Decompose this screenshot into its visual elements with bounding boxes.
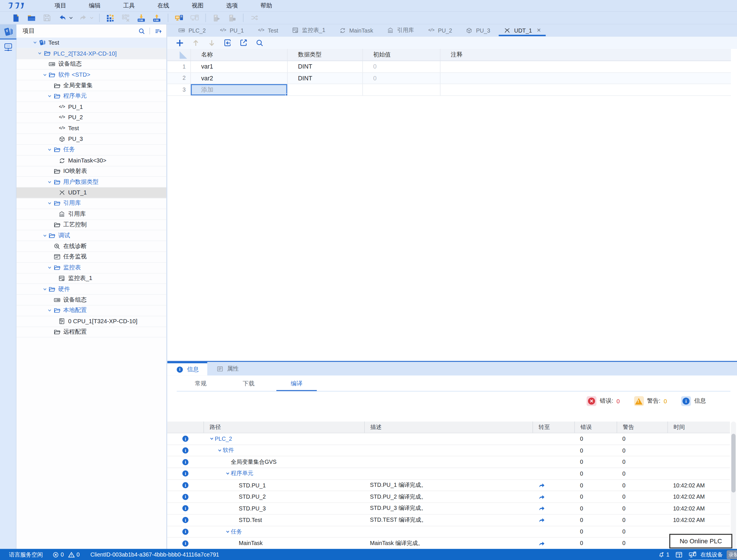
- chevron-down-icon[interactable]: [46, 201, 53, 206]
- compile-row-任务[interactable]: i任务00: [167, 526, 730, 538]
- chevron-down-icon[interactable]: [224, 472, 231, 476]
- tree-item-监控表[interactable]: 监控表: [16, 263, 166, 273]
- cell-comment[interactable]: [441, 84, 731, 95]
- cell-comment[interactable]: [441, 73, 731, 84]
- tree-item-用户数据类型[interactable]: 用户数据类型: [16, 177, 166, 188]
- tab-pu-3[interactable]: PU_3: [459, 24, 497, 36]
- tree-item-工艺控制[interactable]: 工艺控制: [16, 220, 166, 230]
- menu-7[interactable]: 帮助: [249, 0, 284, 11]
- tree-item-引用库[interactable]: 引用库: [16, 209, 166, 220]
- cell-datatype[interactable]: [288, 84, 363, 95]
- column-header-name[interactable]: 名称: [191, 49, 288, 61]
- tree-item-程序单元[interactable]: 程序单元: [16, 91, 166, 102]
- cell-fill-handle[interactable]: [285, 93, 288, 95]
- compile-col-error[interactable]: 错误: [575, 421, 617, 433]
- goto-arrow-icon[interactable]: [532, 538, 574, 549]
- chevron-down-icon[interactable]: [31, 41, 38, 45]
- subtab-编译[interactable]: 编译: [273, 380, 320, 391]
- tab-引用库[interactable]: 引用库: [380, 24, 421, 36]
- tree-item-plc-2-t324-xp-cd-10-[interactable]: PLC_2[T324-XP-CD-10]: [16, 48, 166, 59]
- status-errors[interactable]: 0: [53, 551, 64, 558]
- goto-arrow-icon[interactable]: [532, 514, 574, 526]
- info-filter-toggle[interactable]: i信息: [681, 396, 706, 406]
- goto-arrow-icon[interactable]: [532, 503, 574, 514]
- network-devices-button[interactable]: [0, 39, 16, 54]
- column-header-comment[interactable]: 注释: [441, 49, 731, 61]
- chevron-down-icon[interactable]: [41, 233, 48, 238]
- tree-item-0-cpu-1-t324-xp-cd-10-[interactable]: 0 CPU_1[T324-XP-CD-10]: [16, 316, 166, 327]
- menu-4[interactable]: 在线: [146, 0, 180, 11]
- menu-5[interactable]: 视图: [180, 0, 215, 11]
- cell-initvalue[interactable]: 0: [363, 61, 440, 72]
- select-all-corner[interactable]: [167, 49, 191, 61]
- tree-item-pu-1[interactable]: </>PU_1: [16, 102, 166, 113]
- scrollbar-thumb[interactable]: [731, 434, 736, 493]
- compile-row-全局变量集合gvs[interactable]: i全局变量集合GVS00: [167, 457, 730, 468]
- tree-item-test[interactable]: Test: [16, 38, 166, 48]
- compile-col-desc[interactable]: 描述: [364, 421, 532, 433]
- tree-item-本地配置[interactable]: 本地配置: [16, 305, 166, 316]
- tree-item-引用库[interactable]: 引用库: [16, 198, 166, 209]
- bottom-tab-属性[interactable]: 属性: [207, 362, 247, 375]
- export-button[interactable]: [237, 38, 250, 48]
- compile-row-程序单元[interactable]: i程序单元00: [167, 468, 730, 480]
- compile-col-goto[interactable]: 转至: [532, 421, 574, 433]
- chevron-down-icon[interactable]: [46, 266, 53, 270]
- panel-layout-icon[interactable]: [676, 551, 683, 557]
- tree-collapse-all-icon[interactable]: [154, 27, 162, 34]
- subtab-常规[interactable]: 常规: [177, 380, 224, 391]
- cell-datatype[interactable]: DINT: [288, 73, 363, 84]
- tree-item-test[interactable]: </>Test: [16, 123, 166, 134]
- compile-col-warning[interactable]: 警告: [617, 421, 667, 433]
- cell-name[interactable]: var1: [191, 61, 288, 72]
- row-number[interactable]: 1: [167, 61, 191, 72]
- column-header-datatype[interactable]: 数据类型: [288, 49, 363, 61]
- close-tab-icon[interactable]: ✕: [537, 27, 541, 33]
- chevron-down-icon[interactable]: [41, 73, 48, 77]
- cell-initvalue[interactable]: 0: [363, 73, 440, 84]
- cell-name[interactable]: 添加: [191, 84, 288, 95]
- tree-item-软件-std-[interactable]: 软件 <STD>: [16, 70, 166, 80]
- chevron-down-icon[interactable]: [208, 437, 215, 441]
- tree-item-任务[interactable]: 任务: [16, 145, 166, 155]
- menu-3[interactable]: 工具: [112, 0, 146, 11]
- connect-plc-button[interactable]: [173, 12, 185, 23]
- tree-item-maintask-30-[interactable]: MainTask<30>: [16, 156, 166, 166]
- download-to-plc-button[interactable]: [135, 12, 148, 23]
- tree-item-监控表-1[interactable]: 监控表_1: [16, 273, 166, 284]
- compile-row-plc-2[interactable]: iPLC_200: [167, 433, 730, 445]
- undo-button[interactable]: [56, 12, 69, 23]
- undo-dropdown-caret[interactable]: [69, 16, 74, 19]
- tab-test[interactable]: </>Test: [250, 24, 285, 36]
- chevron-down-icon[interactable]: [216, 448, 223, 453]
- status-warnings[interactable]: 0: [68, 551, 80, 558]
- chevron-down-icon[interactable]: [46, 94, 53, 99]
- column-header-initvalue[interactable]: 初始值: [363, 49, 440, 61]
- search-button[interactable]: [253, 38, 265, 48]
- row-number[interactable]: 2: [167, 73, 191, 84]
- tree-item-硬件[interactable]: 硬件: [16, 284, 166, 295]
- chevron-down-icon[interactable]: [36, 51, 43, 56]
- tree-item-io映射表[interactable]: IO映射表: [16, 166, 166, 177]
- online-devices-indicator[interactable]: 在线设备 0: [689, 550, 730, 560]
- compile-row-std-pu-1[interactable]: iSTD.PU_1STD.PU_1 编译完成。0010:42:02 AM: [167, 480, 730, 491]
- chevron-down-icon[interactable]: [46, 148, 53, 152]
- open-project-button[interactable]: [25, 12, 37, 23]
- chevron-down-icon[interactable]: [41, 287, 48, 291]
- tree-item-在线诊断[interactable]: 在线诊断: [16, 241, 166, 252]
- bottom-tab-信息[interactable]: i信息: [167, 362, 207, 375]
- tree-item-pu-3[interactable]: PU_3: [16, 134, 166, 145]
- compile-col-time[interactable]: 时间: [668, 421, 730, 433]
- menu-2[interactable]: 编辑: [78, 0, 112, 11]
- warning-filter-toggle[interactable]: 警告:0: [634, 396, 667, 406]
- tab-udt-1[interactable]: UDT_1✕: [497, 24, 548, 36]
- compile-button[interactable]: [104, 12, 117, 23]
- upload-from-plc-button[interactable]: [150, 12, 163, 23]
- tab-监控表-1[interactable]: 监控表_1: [285, 24, 332, 36]
- tree-item-设备组态[interactable]: 设备组态: [16, 59, 166, 70]
- tree-item-udt-1[interactable]: UDT_1: [16, 188, 166, 198]
- menu-6[interactable]: 选项: [215, 0, 249, 11]
- chevron-down-icon[interactable]: [46, 309, 53, 313]
- tab-pu-1[interactable]: </>PU_1: [212, 24, 250, 36]
- tree-search-icon[interactable]: [138, 27, 145, 34]
